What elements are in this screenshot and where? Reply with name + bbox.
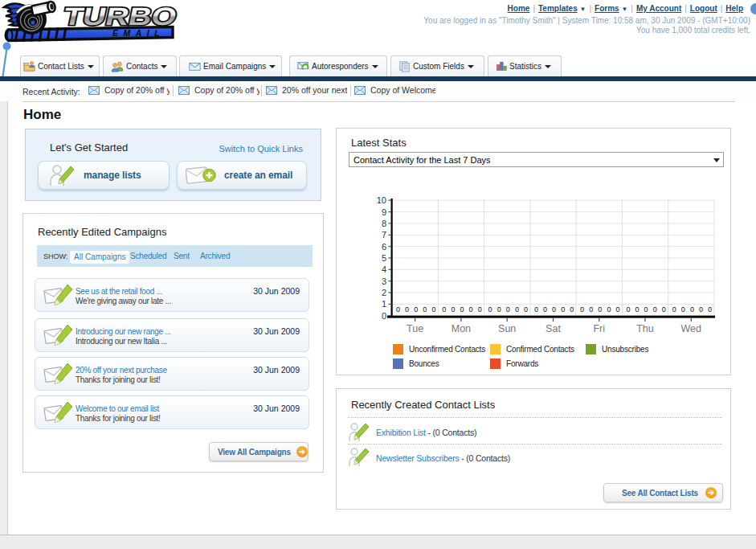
svg-text:1: 1 xyxy=(382,299,386,309)
svg-text:Fri: Fri xyxy=(593,323,605,334)
svg-text:0: 0 xyxy=(382,311,386,321)
svg-text:0 0 0 0 0: 0 0 0 0 0 xyxy=(396,305,435,313)
svg-text:8: 8 xyxy=(382,219,386,228)
svg-text:3: 3 xyxy=(382,277,386,286)
svg-text:0 0 0 0 0: 0 0 0 0 0 xyxy=(672,305,712,313)
svg-text:Thu: Thu xyxy=(636,323,654,334)
svg-text:0 0 0 0 0: 0 0 0 0 0 xyxy=(580,305,619,313)
svg-text:0 0 0 0 0: 0 0 0 0 0 xyxy=(488,305,528,313)
svg-text:5: 5 xyxy=(382,253,386,263)
svg-text:0 0 0 0 0: 0 0 0 0 0 xyxy=(442,305,481,313)
svg-text:10: 10 xyxy=(377,195,386,205)
svg-text:7: 7 xyxy=(382,230,386,240)
svg-text:9: 9 xyxy=(382,207,386,217)
svg-text:Wed: Wed xyxy=(681,323,702,334)
svg-text:Tue: Tue xyxy=(407,323,423,334)
svg-text:Sat: Sat xyxy=(546,323,561,334)
svg-text:Mon: Mon xyxy=(452,323,471,334)
svg-text:Sun: Sun xyxy=(498,323,516,334)
svg-text:4: 4 xyxy=(382,264,386,274)
svg-text:0 0 0 0 0: 0 0 0 0 0 xyxy=(626,305,665,313)
svg-text:2: 2 xyxy=(382,288,386,297)
svg-text:TURBO: TURBO xyxy=(61,3,179,31)
svg-text:6: 6 xyxy=(382,242,386,252)
svg-text:0 0 0 0 0: 0 0 0 0 0 xyxy=(534,305,574,313)
